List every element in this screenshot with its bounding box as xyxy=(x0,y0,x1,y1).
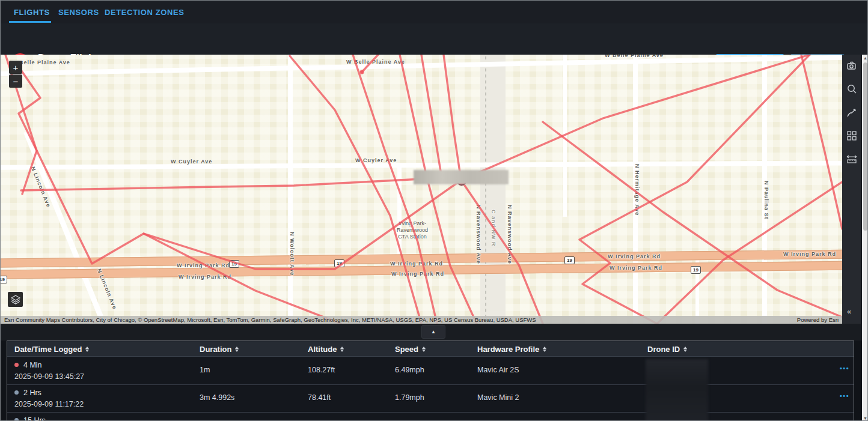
status-dot xyxy=(14,418,19,421)
street-label: W Irving Park Rd xyxy=(177,262,230,268)
collapse-panel-icon[interactable]: « xyxy=(847,307,851,316)
row-status: 4 Min xyxy=(23,361,42,369)
sort-icon xyxy=(543,347,546,352)
sort-icon xyxy=(683,347,687,352)
route-shield-19: 19 xyxy=(564,256,575,264)
flight-paths-layer xyxy=(1,55,842,324)
street-minor xyxy=(397,164,402,255)
street-label: N Wolcott Ave xyxy=(289,232,295,276)
redacted-map-label xyxy=(414,170,509,184)
attribution-text: Esri Community Maps Contributors, City o… xyxy=(4,317,536,323)
table-row[interactable]: 4 Min 2025-09-09 13:45:27 1m 108.27ft 6.… xyxy=(7,357,854,385)
redacted-drone-ids xyxy=(646,359,708,421)
map-zoom-controls: + − xyxy=(9,61,22,88)
scroll-thumb[interactable] xyxy=(863,62,867,231)
column-header-duration[interactable]: Duration xyxy=(200,341,239,357)
column-header-speed[interactable]: Speed xyxy=(395,341,426,357)
row-duration: 3m 4.992s xyxy=(200,393,234,402)
street-label: W Belle Plaine Ave xyxy=(346,59,405,65)
collapse-table-button[interactable]: ▲ xyxy=(421,325,445,339)
powered-by-esri: Powered by Esri xyxy=(797,317,839,323)
street-label: W Irving Park Rd xyxy=(783,251,836,257)
street-minor-2 xyxy=(563,55,567,217)
column-header-datetime[interactable]: Date/Time Logged xyxy=(14,341,89,357)
street-wolcott xyxy=(288,55,293,324)
row-status: 2 Hrs xyxy=(23,389,41,397)
app-window: FLIGHTS SENSORS DETECTION ZONES Drone Fl… xyxy=(0,0,868,421)
active-tab-underline xyxy=(9,21,51,23)
street-label: N Paulina St xyxy=(763,181,769,220)
row-hardware: Mavic Mini 2 xyxy=(477,393,519,402)
grid-icon[interactable] xyxy=(846,130,857,141)
street-belle-plaine xyxy=(1,55,842,76)
row-duration: 1m xyxy=(200,366,210,374)
sort-icon xyxy=(85,347,89,352)
cta-station-label: Irving Park- Ravenswood CTA Station xyxy=(379,220,445,240)
row-hardware: Mavic Air 2S xyxy=(477,366,519,374)
street-label: N Ravenswood Ave xyxy=(475,205,481,264)
panel-divider: ▲ xyxy=(1,324,862,341)
street-label: W Irving Park Rd xyxy=(179,274,231,280)
sort-icon xyxy=(422,347,426,352)
scroll-up-arrow[interactable]: ▲ xyxy=(862,55,868,61)
sort-icon xyxy=(340,347,344,352)
route-shield-19: 19 xyxy=(691,266,701,274)
measure-icon[interactable] xyxy=(846,154,857,165)
zoom-out-button[interactable]: − xyxy=(9,74,22,88)
capture-icon[interactable] xyxy=(846,61,857,71)
table-row[interactable]: 2 Hrs 2025-09-09 11:17:22 3m 4.992s 78.4… xyxy=(7,385,854,413)
street-label: W Cuyler Ave xyxy=(171,159,212,165)
map-attribution-bar: Esri Community Maps Contributors, City o… xyxy=(1,316,842,324)
row-timestamp: 2025-09-09 11:17:22 xyxy=(14,400,84,408)
zoom-in-button[interactable]: + xyxy=(9,61,22,74)
row-actions-menu[interactable]: ••• xyxy=(840,365,849,372)
street-label: N Ravenswood Ave xyxy=(507,205,513,264)
route-shield-19: 19 xyxy=(1,276,7,283)
row-speed: 1.79mph xyxy=(395,393,424,402)
column-header-drone-id[interactable]: Drone ID xyxy=(647,341,687,357)
street-label: W Irving Park Rd xyxy=(608,253,661,259)
page-header: Drone Flights DAILY OPERATIONS Recent (3… xyxy=(1,23,867,55)
street-label: W Cuyler Ave xyxy=(355,157,397,163)
street-label: W Irving Park Rd xyxy=(610,265,662,271)
status-dot xyxy=(14,390,19,395)
railroad-corridor xyxy=(480,55,506,324)
row-altitude: 108.27ft xyxy=(308,366,335,374)
row-status: 15 Hrs xyxy=(23,416,46,421)
layers-button[interactable] xyxy=(8,292,23,307)
draw-icon[interactable] xyxy=(846,108,857,118)
street-label: N Hermitage Ave xyxy=(634,164,640,216)
street-cuyler xyxy=(1,160,842,170)
flights-table: Date/Time Logged Duration Altitude Speed… xyxy=(7,341,854,421)
column-header-altitude[interactable]: Altitude xyxy=(308,341,344,357)
street-label: W Belle Plaine Ave xyxy=(605,55,664,58)
tab-detection-zones[interactable]: DETECTION ZONES xyxy=(105,1,185,23)
street-lincoln xyxy=(23,131,130,324)
table-header-row: Date/Time Logged Duration Altitude Speed… xyxy=(7,341,854,357)
row-altitude: 78.41ft xyxy=(308,393,331,402)
map-side-toolbar: « xyxy=(842,55,861,324)
status-dot xyxy=(14,363,19,367)
search-icon[interactable] xyxy=(846,83,857,94)
row-actions-menu[interactable]: ••• xyxy=(840,392,849,399)
street-label: W Irving Park Rd xyxy=(390,261,443,267)
street-label: C and NW R xyxy=(491,210,497,247)
vertical-scrollbar[interactable]: ▲ ▼ xyxy=(862,55,868,421)
route-shield-19: 19 xyxy=(229,260,239,268)
table-row[interactable]: 15 Hrs 3m 21s 0.00ft 0mph Air 2S F8Z5C94… xyxy=(7,413,854,421)
top-tab-bar: FLIGHTS SENSORS DETECTION ZONES xyxy=(1,1,867,23)
layers-icon xyxy=(11,295,20,304)
map-canvas[interactable]: W Belle Plaine Ave W Belle Plaine Ave W … xyxy=(1,55,842,324)
row-timestamp: 2025-09-09 13:45:27 xyxy=(14,372,84,381)
scroll-down-arrow[interactable]: ▼ xyxy=(862,415,868,421)
column-header-hardware[interactable]: Hardware Profile xyxy=(477,341,546,357)
row-speed: 6.49mph xyxy=(395,366,424,374)
street-label: W Irving Park Rd xyxy=(391,271,444,277)
tab-flights[interactable]: FLIGHTS xyxy=(14,1,50,23)
route-shield-19: 19 xyxy=(334,259,344,267)
tab-sensors[interactable]: SENSORS xyxy=(58,1,99,23)
sort-icon xyxy=(235,347,239,352)
